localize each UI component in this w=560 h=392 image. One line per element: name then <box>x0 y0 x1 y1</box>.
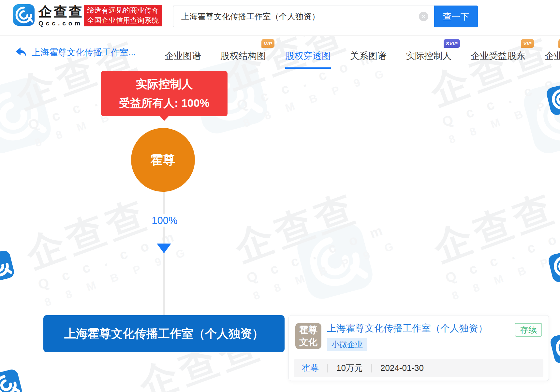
company-logo-line1: 霍尊 <box>299 324 317 336</box>
holder-link[interactable]: 霍尊 <box>302 362 319 374</box>
app-header: 企查查 Qcc.com 缔造有远见的商业传奇 全国企业信用查询系统 ✕ 查一下 <box>0 0 560 36</box>
back-link[interactable]: 上海霍尊文化传播工作室... <box>15 47 136 58</box>
tab-label: 股权穿透图 <box>285 51 331 61</box>
company-logo: 霍尊 文化 <box>295 323 321 349</box>
tab-equity-penetration[interactable]: 股权穿透图 <box>285 50 331 62</box>
edge-line <box>163 253 165 315</box>
registered-capital: 10万元 <box>336 362 363 374</box>
slogan-line2: 全国企业信用查询系统 <box>87 15 159 25</box>
vip-badge: VIP <box>558 39 560 48</box>
tab-enterprise-clipped[interactable]: 企业 VIP <box>545 50 560 62</box>
tab-beneficial-shareholders[interactable]: 企业受益股东 VIP <box>471 50 525 62</box>
brand-slogan: 缔造有远见的商业传奇 全国企业信用查询系统 <box>84 5 162 26</box>
divider <box>327 364 328 372</box>
back-label: 上海霍尊文化传播工作室... <box>32 47 136 58</box>
edge-percent-label: 100% <box>143 215 186 227</box>
person-node[interactable]: 霍尊 <box>131 128 195 192</box>
status-badge: 存续 <box>515 323 542 337</box>
tab-label: 关系图谱 <box>350 51 387 61</box>
brand-block[interactable]: 企查查 Qcc.com <box>38 5 83 27</box>
svip-badge: SVIP <box>444 39 460 48</box>
company-card: 霍尊 文化 上海霍尊文化传播工作室（个人独资） 存续 小微企业 霍尊 10万元 … <box>288 315 549 381</box>
company-node[interactable]: 上海霍尊文化传播工作室（个人独资） <box>43 315 285 352</box>
company-name-link[interactable]: 上海霍尊文化传播工作室（个人独资） <box>327 322 488 335</box>
brand-domain: Qcc.com <box>38 20 83 27</box>
tab-bar: 企业图谱 股权结构图 VIP 股权穿透图 关系图谱 实际控制人 SVIP 企业受… <box>165 50 560 62</box>
search-input-wrap: ✕ <box>173 6 434 27</box>
graph-nav: 上海霍尊文化传播工作室... 企业图谱 股权结构图 VIP 股权穿透图 关系图谱… <box>0 35 560 67</box>
divider <box>371 364 372 372</box>
tab-label: 股权结构图 <box>220 51 266 61</box>
edge-line <box>163 227 165 244</box>
back-arrow-icon <box>15 47 27 58</box>
brand-name: 企查查 <box>38 5 83 19</box>
tab-label: 企业图谱 <box>165 51 201 61</box>
clear-search-icon[interactable]: ✕ <box>419 12 428 21</box>
slogan-line1: 缔造有远见的商业传奇 <box>87 5 159 15</box>
search-button[interactable]: 查一下 <box>434 6 478 27</box>
search-input[interactable] <box>173 6 416 27</box>
tab-label: 企业受益股东 <box>471 51 525 61</box>
edge-line <box>163 192 165 214</box>
tooltip-value: 受益所有人: 100% <box>119 96 210 111</box>
edge-arrow-icon <box>157 244 171 253</box>
vip-badge: VIP <box>521 39 534 48</box>
tab-relationship-map[interactable]: 关系图谱 <box>350 50 387 62</box>
tooltip-title: 实际控制人 <box>136 77 193 92</box>
tab-label: 实际控制人 <box>406 51 451 61</box>
tab-actual-controller[interactable]: 实际控制人 SVIP <box>406 50 451 62</box>
vip-badge: VIP <box>261 39 274 48</box>
qcc-logo-icon[interactable] <box>13 4 35 26</box>
search-bar: ✕ 查一下 <box>173 6 478 27</box>
controller-tooltip: 实际控制人 受益所有人: 100% <box>101 71 228 116</box>
micro-enterprise-tag: 小微企业 <box>327 338 367 351</box>
tab-label: 企业 <box>545 51 560 61</box>
tooltip-pointer <box>160 116 169 121</box>
tab-enterprise-map[interactable]: 企业图谱 <box>165 50 201 62</box>
company-meta-row: 霍尊 10万元 2024-01-30 <box>294 359 543 377</box>
establish-date: 2024-01-30 <box>380 363 424 373</box>
tab-equity-structure[interactable]: 股权结构图 VIP <box>220 50 266 62</box>
company-logo-line2: 文化 <box>299 336 317 348</box>
